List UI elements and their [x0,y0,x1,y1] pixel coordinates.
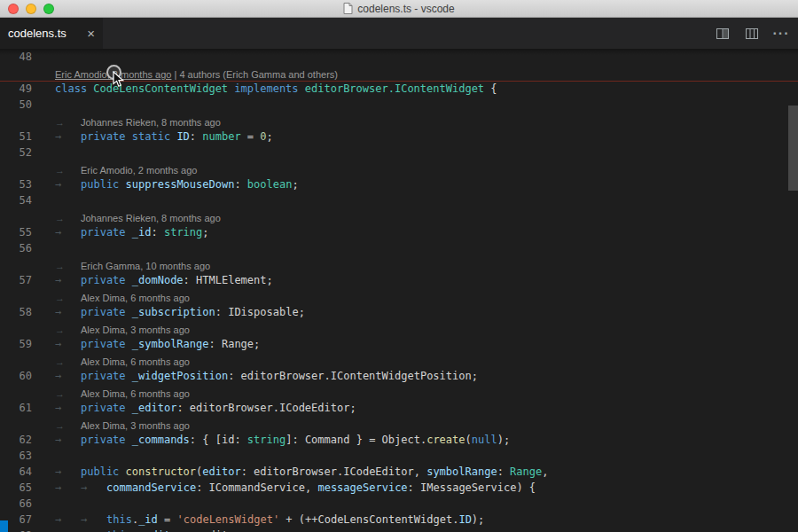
tab-whitespace-icon: → [55,336,81,352]
codelens-content[interactable]: →Johannes Rieken, 8 months ago [55,113,798,129]
codelens-link[interactable]: Erich Gamma, 10 months ago [81,261,210,271]
code-token: string [247,434,286,446]
code-line-content[interactable] [55,192,798,208]
codelens-content[interactable]: →Alex Dima, 3 months ago [55,416,798,432]
code-row: 67→→this._id = 'codeLensWidget' + (++Cod… [0,512,798,528]
code-row: 53→public suppressMouseDown: boolean; [0,176,798,192]
codelens-link[interactable]: Alex Dima, 6 months ago [81,356,190,367]
code-line-content[interactable]: →→this._editor = editor; [55,528,798,532]
line-number: 56 [0,240,32,256]
code-line-content[interactable]: →private _domNode: HTMLElement; [55,272,798,288]
gutter: 55 [0,224,55,240]
split-editor-icon [716,27,730,41]
code-line-content[interactable] [55,448,798,464]
code-row: 56 [0,240,798,256]
line-number: 62 [0,432,32,448]
code-line-content[interactable]: class CodeLensContentWidget implements e… [55,81,798,97]
codelens-link[interactable]: Johannes Rieken, 8 months ago [81,117,221,128]
code-line-content[interactable]: →public constructor(editor: editorBrowse… [55,464,798,480]
code-token: _id [132,226,152,239]
code-token: _editor [132,402,177,414]
gutter: 52 [0,145,55,160]
code-line-content[interactable] [55,97,798,113]
codelens-link[interactable]: Alex Dima, 3 months ago [81,325,190,335]
codelens-link[interactable]: Eric Amodio, 2 months ago [81,165,197,176]
code-row: 61→private _editor: editorBrowser.ICodeE… [0,400,798,416]
line-number: 48 [0,49,32,65]
code-line-content[interactable] [55,240,798,256]
codelens-row: →Erich Gamma, 10 months ago [0,256,798,272]
tab-whitespace-icon: → [81,528,106,532]
code-line-content[interactable] [55,49,798,65]
codelens-row: →Alex Dima, 6 months ago [0,352,798,368]
code-line-content[interactable] [55,145,798,160]
code-token: class [55,82,93,95]
vertical-scrollbar[interactable] [788,49,798,532]
codelens-link[interactable]: Johannes Rieken, 8 months ago [81,213,221,223]
code-token: : [190,130,202,143]
codelens-link[interactable]: Alex Dima, 6 months ago [81,388,190,399]
scrollbar-thumb[interactable] [788,106,798,191]
codelens-content[interactable]: Eric Amodio, 2 months ago | 4 authors (E… [55,65,798,81]
codelens-content[interactable]: →Eric Amodio, 2 months ago [55,160,798,176]
code-token: private [81,274,132,286]
zoom-window-button[interactable] [43,4,54,14]
code-token: + (++CodeLensContentWidget. [279,513,458,526]
code-row: 63 [0,448,798,464]
code-line-content[interactable]: →private static ID: number = 0; [55,129,798,145]
codelens-content[interactable]: →Alex Dima, 6 months ago [55,384,798,400]
gutter: 66 [0,496,55,512]
code-token: private [81,402,132,414]
code-row: 58→private _subscription: IDisposable; [0,304,798,320]
code-token: number [202,130,240,143]
code-token: ; [292,178,298,191]
code-token: private [81,338,132,350]
code-token: editor [202,466,240,478]
close-window-button[interactable] [8,4,19,14]
code-line-content[interactable]: →private _symbolRange: Range; [55,336,798,352]
code-rows: 48Eric Amodio, 2 months ago | 4 authors … [0,49,798,532]
minimize-window-button[interactable] [26,4,36,14]
split-editor-button[interactable] [715,26,731,42]
code-row: 48 [0,49,798,65]
more-actions-icon: ··· [773,29,790,38]
code-line-content[interactable]: →private _id: string; [55,224,798,240]
code-token: : HTMLElement; [184,274,273,286]
code-token: implements [234,82,304,95]
code-token: public [81,466,126,478]
codelens-content[interactable]: →Alex Dima, 3 months ago [55,320,798,336]
code-line-content[interactable]: →private _subscription: IDisposable; [55,304,798,320]
tab-whitespace-icon: → [55,432,81,448]
codelens-content[interactable]: →Erich Gamma, 10 months ago [55,256,798,272]
gutter [0,384,55,400]
gutter: 67 [0,512,55,528]
codelens-content[interactable]: →Johannes Rieken, 8 months ago [55,208,798,224]
code-token: 'codeLensWidget' [177,513,280,526]
code-line-content[interactable]: →public suppressMouseDown: boolean; [55,176,798,192]
codelens-link[interactable]: Alex Dima, 6 months ago [81,293,190,303]
codelens-row: →Alex Dima, 3 months ago [0,416,798,432]
more-actions-button[interactable]: ··· [773,26,789,42]
codelens-row: →Johannes Rieken, 8 months ago [0,113,798,129]
code-line-content[interactable]: →→this._id = 'codeLensWidget' + (++CodeL… [55,512,798,528]
toggle-layout-button[interactable] [744,26,760,42]
code-line-content[interactable] [55,496,798,512]
code-line-content[interactable]: →→commandService: ICommandService, messa… [55,480,798,496]
editor-pane[interactable]: 48Eric Amodio, 2 months ago | 4 authors … [0,49,798,532]
tab-codelens-ts[interactable]: codelens.ts × [0,18,103,49]
code-token: symbolRange [426,466,497,478]
title-bar: codelens.ts - vscode [0,0,798,18]
codelens-content[interactable]: →Alex Dima, 6 months ago [55,352,798,368]
code-line-content[interactable]: →private _editor: editorBrowser.ICodeEdi… [55,400,798,416]
code-token: _id [138,513,158,526]
code-token: boolean [247,178,293,191]
tab-close-icon[interactable]: × [87,27,95,40]
code-line-content[interactable]: →private _commands: { [id: string]: Comm… [55,432,798,448]
codelens-content[interactable]: →Alex Dima, 6 months ago [55,288,798,304]
codelens-link[interactable]: | 4 authors (Erich Gamma and others) [171,69,338,80]
codelens-link[interactable]: Alex Dima, 3 months ago [81,420,190,431]
gutter: 62 [0,432,55,448]
code-token: _commands [132,434,190,446]
code-line-content[interactable]: →private _widgetPosition: editorBrowser.… [55,368,798,384]
gutter: 50 [0,97,55,113]
